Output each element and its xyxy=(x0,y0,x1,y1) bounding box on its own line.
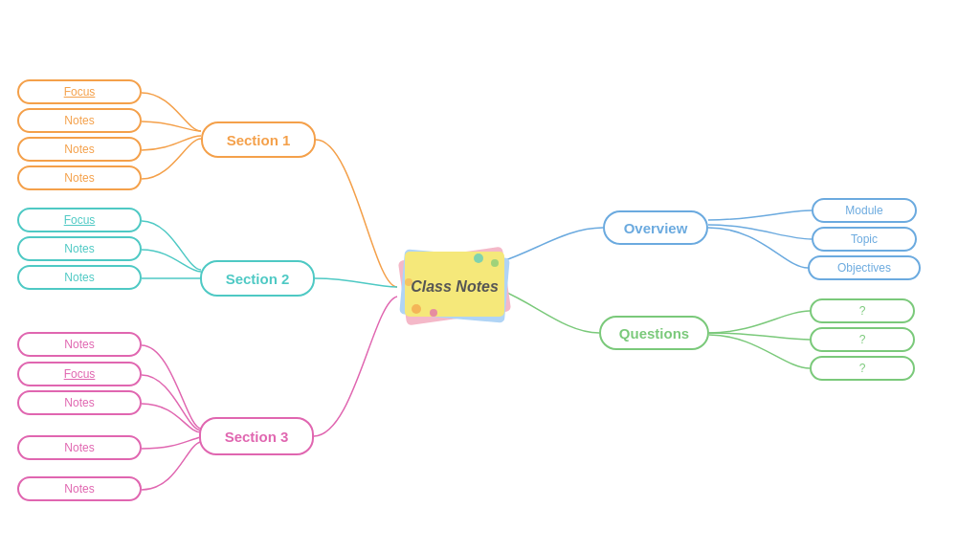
s2-leaf-1[interactable]: Focus xyxy=(17,208,142,232)
ov-leaf-1[interactable]: Module xyxy=(812,198,917,223)
section3-node[interactable]: Section 3 xyxy=(199,417,314,455)
section2-node[interactable]: Section 2 xyxy=(200,260,315,297)
s2-leaf-3-label: Notes xyxy=(64,271,94,284)
s3-leaf-2-label: Focus xyxy=(64,367,96,381)
overview-label: Overview xyxy=(624,220,688,236)
s3-leaf-1-label: Notes xyxy=(64,338,94,351)
ov-leaf-2-label: Topic xyxy=(851,232,878,246)
s2-leaf-1-label: Focus xyxy=(64,213,96,227)
s1-leaf-4[interactable]: Notes xyxy=(17,165,142,190)
section3-label: Section 3 xyxy=(225,429,289,445)
s3-leaf-3[interactable]: Notes xyxy=(17,390,142,415)
s3-leaf-5[interactable]: Notes xyxy=(17,476,142,501)
s1-leaf-3[interactable]: Notes xyxy=(17,137,142,162)
qu-leaf-2[interactable]: ? xyxy=(810,327,915,352)
overview-node[interactable]: Overview xyxy=(603,210,708,245)
section1-label: Section 1 xyxy=(227,132,291,148)
s1-leaf-4-label: Notes xyxy=(64,171,94,185)
s2-leaf-3[interactable]: Notes xyxy=(17,265,142,290)
ov-leaf-3-label: Objectives xyxy=(837,261,891,275)
s3-leaf-5-label: Notes xyxy=(64,482,94,496)
s3-leaf-2[interactable]: Focus xyxy=(17,362,142,386)
qu-leaf-3-label: ? xyxy=(859,362,866,375)
center-label: Class Notes xyxy=(388,244,522,330)
s1-leaf-2-label: Notes xyxy=(64,114,94,127)
section2-label: Section 2 xyxy=(226,271,290,287)
s2-leaf-2[interactable]: Notes xyxy=(17,236,142,261)
s1-leaf-1-label: Focus xyxy=(64,85,96,99)
center-node: Class Notes xyxy=(388,244,522,330)
s1-leaf-1[interactable]: Focus xyxy=(17,79,142,104)
ov-leaf-2[interactable]: Topic xyxy=(812,227,917,252)
qu-leaf-2-label: ? xyxy=(859,333,866,346)
qu-leaf-1[interactable]: ? xyxy=(810,298,915,323)
ov-leaf-3[interactable]: Objectives xyxy=(808,255,921,280)
s3-leaf-4[interactable]: Notes xyxy=(17,435,142,460)
s2-leaf-2-label: Notes xyxy=(64,242,94,255)
qu-leaf-1-label: ? xyxy=(859,304,866,318)
s1-leaf-3-label: Notes xyxy=(64,143,94,156)
s1-leaf-2[interactable]: Notes xyxy=(17,108,142,133)
qu-leaf-3[interactable]: ? xyxy=(810,356,915,381)
s3-leaf-1[interactable]: Notes xyxy=(17,332,142,357)
section1-node[interactable]: Section 1 xyxy=(201,121,316,158)
s3-leaf-3-label: Notes xyxy=(64,396,94,409)
questions-label: Questions xyxy=(619,325,689,342)
ov-leaf-1-label: Module xyxy=(845,204,882,217)
questions-node[interactable]: Questions xyxy=(599,316,709,350)
s3-leaf-4-label: Notes xyxy=(64,441,94,454)
